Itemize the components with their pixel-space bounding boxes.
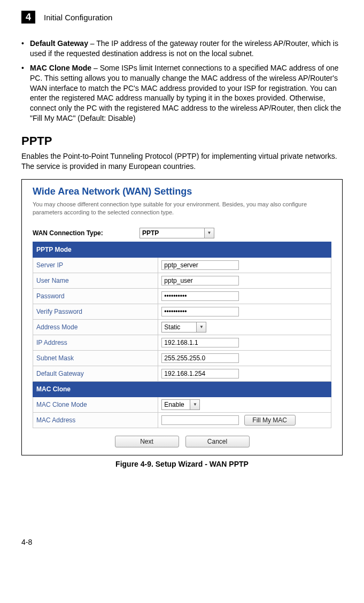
- cancel-button[interactable]: Cancel: [185, 436, 250, 447]
- wan-connection-type-row: WAN Connection Type: PPTP ▼: [33, 228, 331, 238]
- bullet-text: MAC Clone Mode – Some ISPs limit Interne…: [30, 63, 343, 123]
- input-user-name[interactable]: [161, 276, 239, 285]
- row-default-gateway: Default Gateway: [33, 366, 331, 381]
- label-password: Password: [33, 288, 158, 304]
- label-server-ip: Server IP: [33, 257, 158, 273]
- select-value: Static: [164, 323, 180, 331]
- select-value: PPTP: [142, 229, 159, 237]
- label-verify-password: Verify Password: [33, 304, 158, 319]
- page-number: 4-8: [21, 538, 343, 546]
- input-ip-address[interactable]: [161, 338, 239, 347]
- label-ip-address: IP Address: [33, 335, 158, 350]
- button-row: Next Cancel: [33, 436, 331, 447]
- bullet-list: • Default Gateway – The IP address of th…: [21, 38, 343, 123]
- label-user-name: User Name: [33, 273, 158, 288]
- wan-connection-type-select[interactable]: PPTP ▼: [140, 228, 214, 238]
- bullet-text: Default Gateway – The IP address of the …: [30, 38, 343, 59]
- section-heading-pptp: PPTP: [21, 134, 343, 148]
- settings-table: PPTP Mode Server IP User Name Password V…: [33, 242, 331, 428]
- section-row-mac-clone: MAC Clone: [33, 381, 331, 397]
- input-verify-password[interactable]: [161, 307, 239, 316]
- row-server-ip: Server IP: [33, 257, 331, 273]
- wan-settings-description: You may choose different connection type…: [33, 200, 331, 217]
- label-mac-clone-mode: MAC Clone Mode: [33, 397, 158, 412]
- input-default-gateway[interactable]: [161, 369, 239, 378]
- row-address-mode: Address Mode Static ▼: [33, 319, 331, 335]
- bullet-label: MAC Clone Mode: [30, 64, 91, 72]
- chapter-title: Initial Configuration: [44, 13, 112, 22]
- label-default-gateway: Default Gateway: [33, 366, 158, 381]
- chevron-down-icon: ▼: [196, 322, 206, 332]
- label-address-mode: Address Mode: [33, 319, 158, 335]
- wan-settings-title: Wide Area Network (WAN) Settings: [33, 186, 331, 197]
- wan-connection-type-label: WAN Connection Type:: [33, 229, 140, 237]
- section-row-pptp-mode: PPTP Mode: [33, 242, 331, 257]
- select-address-mode[interactable]: Static ▼: [161, 322, 206, 333]
- section-paragraph: Enables the Point-to-Point Tunneling Pro…: [21, 151, 343, 172]
- bullet-dot: •: [21, 63, 30, 123]
- input-subnet-mask[interactable]: [161, 353, 239, 363]
- bullet-item-default-gateway: • Default Gateway – The IP address of th…: [21, 38, 343, 59]
- row-user-name: User Name: [33, 273, 331, 288]
- label-subnet-mask: Subnet Mask: [33, 350, 158, 366]
- bullet-dot: •: [21, 38, 30, 59]
- row-verify-password: Verify Password: [33, 304, 331, 319]
- row-mac-clone-mode: MAC Clone Mode Enable ▼: [33, 397, 331, 412]
- section-label: PPTP Mode: [33, 242, 331, 257]
- select-value: Enable: [164, 401, 184, 408]
- bullet-body: – Some ISPs limit Internet connections t…: [30, 64, 341, 122]
- fill-my-mac-button[interactable]: Fill My MAC: [244, 415, 296, 426]
- section-label: MAC Clone: [33, 381, 331, 397]
- row-password: Password: [33, 288, 331, 304]
- row-mac-address: MAC Address Fill My MAC: [33, 412, 331, 428]
- chevron-down-icon: ▼: [204, 228, 214, 238]
- next-button[interactable]: Next: [115, 436, 179, 447]
- figure-caption: Figure 4-9. Setup Wizard - WAN PPTP: [21, 460, 343, 468]
- row-subnet-mask: Subnet Mask: [33, 350, 331, 366]
- figure-frame: Wide Area Network (WAN) Settings You may…: [21, 179, 343, 455]
- input-password[interactable]: [161, 291, 239, 301]
- page-header: 4 Initial Configuration: [21, 11, 343, 24]
- label-mac-address: MAC Address: [33, 412, 158, 428]
- bullet-item-mac-clone: • MAC Clone Mode – Some ISPs limit Inter…: [21, 63, 343, 123]
- input-server-ip[interactable]: [161, 260, 239, 270]
- bullet-label: Default Gateway: [30, 39, 88, 48]
- input-mac-address[interactable]: [161, 415, 239, 425]
- row-ip-address: IP Address: [33, 335, 331, 350]
- chevron-down-icon: ▼: [190, 400, 199, 409]
- select-mac-clone-mode[interactable]: Enable ▼: [161, 399, 200, 410]
- chapter-number-box: 4: [21, 11, 35, 24]
